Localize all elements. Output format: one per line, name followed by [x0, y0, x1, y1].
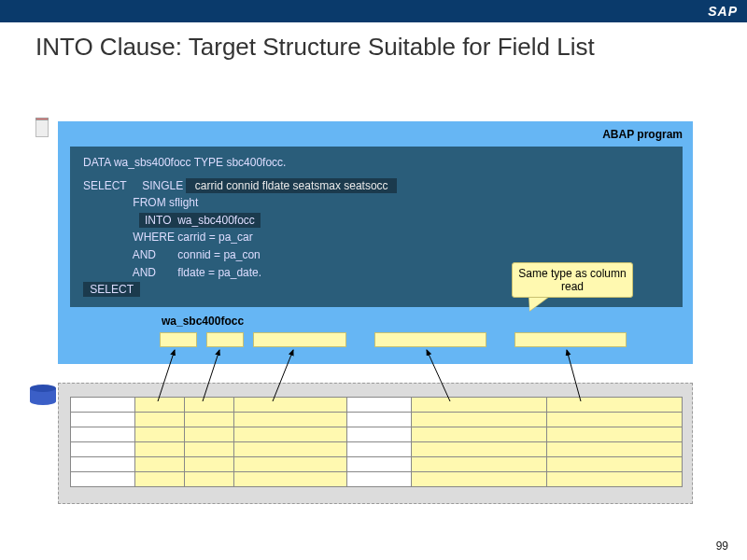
database-table: [70, 397, 683, 487]
page-number: 99: [716, 539, 728, 553]
code-line: SELECT SINGLE carrid connid fldate seats…: [83, 177, 669, 195]
code-line: AND connid = pa_con: [83, 246, 669, 264]
table-row: [71, 457, 683, 472]
table-row: [71, 398, 683, 413]
table-row: [71, 427, 683, 442]
work-area-label: wa_sbc400focc: [162, 315, 244, 328]
table-row: [71, 472, 683, 487]
annotation-bubble: Same type as column read: [512, 262, 633, 298]
endselect-highlight: SELECT: [83, 282, 140, 297]
abap-program-box: ABAP program DATA wa_sbs400focc TYPE sbc…: [58, 121, 693, 364]
abap-program-label: ABAP program: [602, 128, 683, 141]
app-server-icon: [35, 118, 49, 140]
wa-field: [160, 332, 197, 347]
database-table-area: [58, 383, 693, 504]
page-title: INTO Clause: Target Structure Suitable f…: [0, 22, 747, 66]
sap-logo: SAP: [708, 4, 738, 19]
code-line: INTO wa_sbc400focc: [83, 212, 669, 230]
code-line: DATA wa_sbs400focc TYPE sbc400focc.: [83, 154, 669, 172]
wa-field: [253, 332, 346, 347]
database-icon: [30, 385, 56, 407]
code-line: FROM sflight: [83, 194, 669, 212]
table-row: [71, 442, 683, 457]
field-list-highlight: carrid connid fldate seatsmax seatsocc: [186, 178, 396, 193]
wa-field: [206, 332, 244, 347]
code-line: WHERE carrid = pa_car: [83, 229, 669, 246]
wa-field: [514, 332, 627, 347]
diagram-stage: ABAP program DATA wa_sbs400focc TYPE sbc…: [35, 112, 712, 513]
into-target-highlight: INTO wa_sbc400focc: [139, 213, 261, 228]
top-bar: SAP: [0, 0, 747, 22]
wa-field: [374, 332, 486, 347]
table-row: [71, 413, 683, 427]
